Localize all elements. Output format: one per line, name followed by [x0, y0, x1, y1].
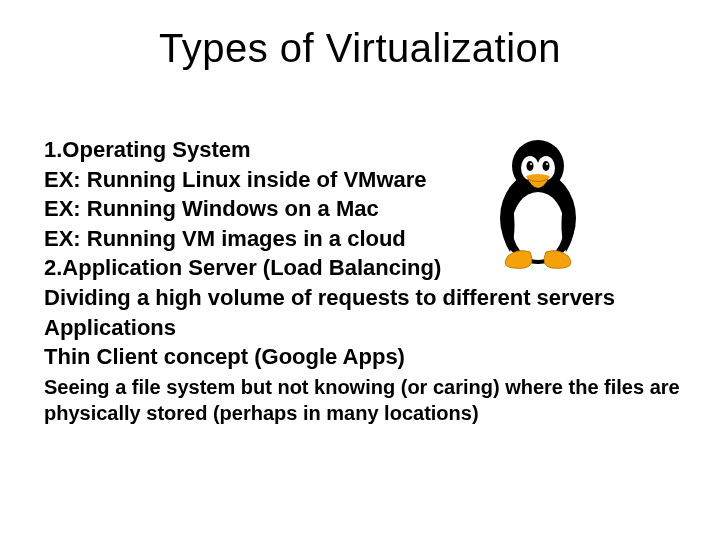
body-line: Dividing a high volume of requests to di… [44, 284, 684, 313]
body-line: EX: Running Windows on a Mac [44, 195, 684, 224]
body-line: Thin Client concept (Google Apps) [44, 343, 684, 372]
body-line: EX: Running Linux inside of VMware [44, 166, 684, 195]
body-line: 2.Application Server (Load Balancing) [44, 254, 684, 283]
slide: Types of Virtualization [0, 0, 720, 540]
slide-body: 1.Operating System EX: Running Linux ins… [44, 136, 684, 426]
slide-title: Types of Virtualization [0, 26, 720, 71]
body-line: Applications [44, 314, 684, 343]
body-line: Seeing a file system but not knowing (or… [44, 374, 684, 426]
body-line: 1.Operating System [44, 136, 684, 165]
body-line: EX: Running VM images in a cloud [44, 225, 684, 254]
